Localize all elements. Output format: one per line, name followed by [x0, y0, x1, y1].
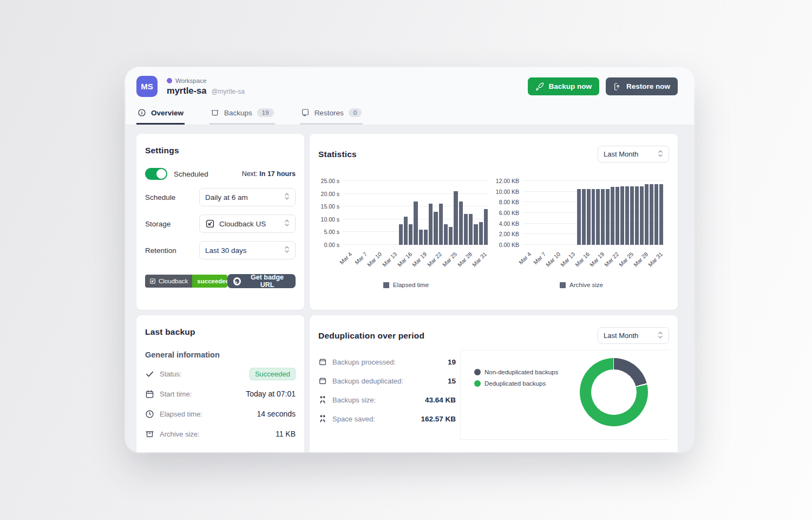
backups-tray-icon — [211, 108, 219, 117]
x-tick-label: Mar 10 — [545, 251, 562, 268]
x-tick-label: Mar 19 — [411, 251, 428, 268]
space-saved-label: Space saved: — [332, 415, 375, 423]
deduplication-stats: Backups processed: 19 Backups deduplicat… — [318, 350, 456, 440]
start-time-value: Today at 07:01 — [246, 389, 296, 398]
cloudback-logo-icon — [149, 278, 156, 284]
bar — [449, 227, 453, 245]
y-tick-label: 0.00 KB — [499, 242, 519, 248]
bar — [645, 184, 649, 245]
deduplication-donut-chart — [580, 358, 648, 426]
y-tick-label: 2.00 KB — [499, 231, 519, 237]
x-tick-label: Mar 22 — [426, 251, 443, 268]
shield-right-label: succeeded — [192, 275, 227, 288]
tab-restores-label: Restores — [315, 109, 344, 117]
statistics-period-select[interactable]: Last Month — [598, 146, 669, 162]
shield-left-label: Cloudback — [159, 278, 188, 284]
bar — [650, 184, 653, 245]
general-information-heading: General information — [145, 350, 296, 359]
settings-card: Settings Scheduled Next: In 17 hours Sch… — [136, 134, 304, 310]
schedule-select[interactable]: Daily at 6 am — [199, 188, 296, 206]
bar — [459, 202, 463, 245]
chevron-updown-icon — [658, 331, 663, 341]
y-tick-label: 0.00 s — [324, 242, 339, 248]
restore-now-button[interactable]: Restore now — [606, 77, 678, 95]
bar — [587, 189, 591, 245]
bar — [479, 222, 483, 245]
backups-processed-label: Backups processed: — [332, 358, 396, 366]
tab-backups[interactable]: Backups 19 — [209, 108, 275, 125]
x-axis: Mar 4Mar 7Mar 10Mar 13Mar 16Mar 19Mar 22… — [343, 245, 488, 270]
archive-size-row: Archive size: 11 KB — [145, 428, 296, 439]
backups-deduplicated-value: 15 — [448, 377, 456, 385]
bar — [464, 214, 468, 245]
y-tick-label: 15.00 s — [321, 203, 339, 210]
archive-size-plot: 0.00 KB2.00 KB4.00 KB6.00 KB8.00 KB10.00… — [523, 181, 664, 245]
x-tick-label: Mar 31 — [646, 251, 664, 268]
get-badge-url-label: Get badge URL — [245, 274, 290, 289]
gridline — [343, 193, 488, 194]
archive-size-value: 11 KB — [276, 430, 296, 438]
bar — [659, 184, 663, 245]
x-tick-label: Mar 19 — [588, 251, 606, 268]
backup-now-button[interactable]: Backup now — [528, 77, 599, 95]
get-badge-url-button[interactable]: Get badge URL — [227, 274, 296, 288]
elapsed-time-value: 14 seconds — [257, 410, 296, 418]
bar — [582, 189, 586, 245]
bar — [654, 184, 658, 245]
rocket-icon — [535, 82, 544, 91]
legend-label: Elapsed time — [393, 282, 429, 288]
donut-legend: Non-deduplicated backups Deduplicated ba… — [474, 369, 558, 392]
storage-field-label: Storage — [145, 220, 199, 228]
compress-icon — [318, 395, 327, 404]
y-tick-label: 10.00 s — [321, 216, 339, 223]
cloudback-logo-icon — [205, 219, 215, 229]
retention-select[interactable]: Last 30 days — [199, 241, 296, 259]
compress-icon — [318, 414, 327, 423]
elapsed-time-row: Elapsed time: 14 seconds — [145, 408, 296, 419]
archive-size-chart: 0.00 KB2.00 KB4.00 KB6.00 KB8.00 KB10.00… — [494, 181, 669, 288]
archive-size-label: Archive size: — [160, 430, 200, 438]
backups-size-label: Backups size: — [332, 396, 376, 404]
bar — [630, 186, 634, 245]
tab-restores[interactable]: Restores 0 — [300, 108, 363, 125]
bar — [444, 224, 448, 245]
tab-backups-label: Backups — [224, 109, 252, 117]
deduplication-period-select[interactable]: Last Month — [598, 327, 669, 344]
deduplication-title: Deduplication over period — [318, 331, 424, 341]
calendar-icon — [145, 389, 154, 399]
bar — [434, 212, 437, 245]
chevron-updown-icon — [284, 192, 290, 202]
bar — [419, 230, 423, 245]
tab-overview-label: Overview — [151, 109, 184, 117]
schedule-field-label: Schedule — [145, 193, 199, 202]
gridline — [523, 180, 664, 181]
x-tick-label: Mar 4 — [338, 251, 353, 265]
tab-overview[interactable]: Overview — [136, 108, 185, 125]
bar — [635, 186, 639, 245]
storage-select[interactable]: Cloudback US — [199, 214, 296, 233]
y-tick-label: 6.00 KB — [499, 210, 519, 216]
y-tick-label: 25.00 s — [321, 178, 339, 184]
header: MS Workspace myrtle-sa @myrtle-sa Backup… — [126, 68, 694, 125]
legend-label: Archive size — [569, 282, 603, 288]
x-tick-label: Mar 25 — [617, 251, 634, 268]
y-tick-label: 12.00 KB — [496, 178, 519, 184]
workspace-name: myrtle-sa — [167, 86, 206, 96]
non-deduplicated-legend-label: Non-deduplicated backups — [484, 369, 558, 375]
next-backup-value: In 17 hours — [259, 170, 296, 178]
statistics-card: Statistics Last Month 0.00 s5.00 s10.00 … — [310, 134, 678, 310]
elapsed-time-chart: 0.00 s5.00 s10.00 s15.00 s20.00 s25.00 s… — [318, 181, 494, 288]
y-tick-label: 20.00 s — [321, 191, 339, 197]
restores-drive-icon — [301, 108, 310, 117]
x-tick-label: Mar 10 — [366, 251, 383, 268]
elapsed-time-label: Elapsed time: — [160, 410, 202, 418]
y-tick-label: 8.00 KB — [499, 199, 519, 205]
y-tick-label: 10.00 KB — [496, 188, 519, 195]
non-deduplicated-legend-dot — [474, 369, 481, 375]
chevron-updown-icon — [284, 219, 290, 229]
scheduled-toggle[interactable] — [145, 168, 167, 180]
workspace-info: Workspace myrtle-sa @myrtle-sa — [167, 77, 528, 96]
scheduled-label: Scheduled — [174, 170, 208, 178]
bar — [615, 187, 619, 245]
status-row: Status: Succeeded — [145, 368, 296, 379]
